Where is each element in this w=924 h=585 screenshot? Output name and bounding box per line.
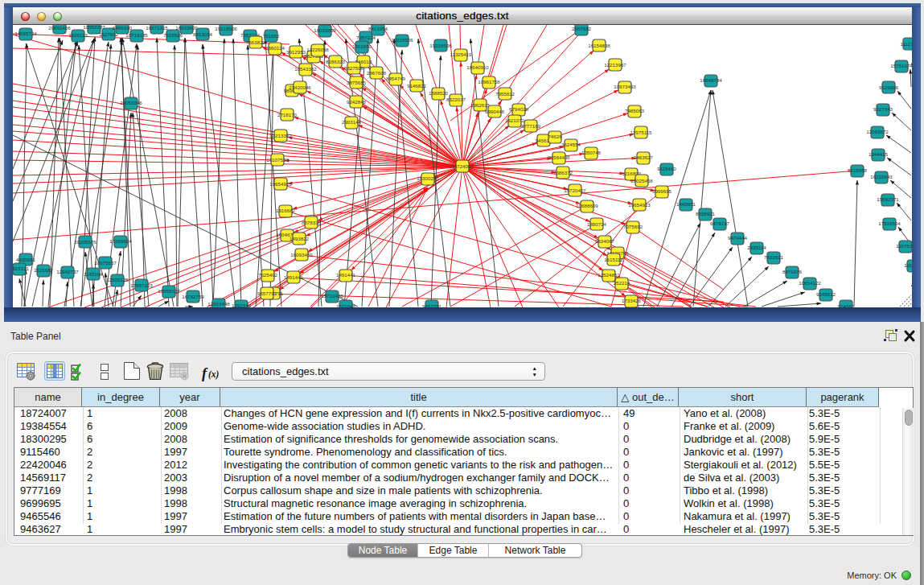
svg-text:8454749: 8454749 <box>386 76 406 81</box>
svg-text:8215958: 8215958 <box>848 167 868 173</box>
svg-text:10973493: 10973493 <box>614 84 636 89</box>
svg-text:10719185: 10719185 <box>125 32 148 38</box>
svg-text:10553287: 10553287 <box>83 25 105 30</box>
svg-text:15720407: 15720407 <box>564 187 586 193</box>
svg-text:16093459: 16093459 <box>290 252 313 257</box>
svg-text:10958107: 10958107 <box>158 288 180 294</box>
svg-text:16154838: 16154838 <box>588 43 610 48</box>
svg-text:12505135: 12505135 <box>106 277 129 282</box>
svg-text:3915121: 3915121 <box>13 266 30 271</box>
svg-text:12213362: 12213362 <box>269 133 292 138</box>
svg-text:10025458: 10025458 <box>630 178 653 183</box>
svg-text:7625402: 7625402 <box>258 272 278 278</box>
svg-text:7955812: 7955812 <box>495 91 515 97</box>
svg-text:19654923: 19654923 <box>628 202 651 208</box>
svg-text:10688609: 10688609 <box>576 203 598 208</box>
svg-text:9227343: 9227343 <box>873 106 893 112</box>
svg-text:10543362: 10543362 <box>294 66 317 72</box>
svg-text:6990448: 6990448 <box>485 109 505 114</box>
svg-text:18300295: 18300295 <box>417 175 439 181</box>
svg-text:1112753: 1112753 <box>900 41 912 47</box>
svg-text:16033809: 16033809 <box>175 25 198 31</box>
svg-text:f: f <box>202 365 208 381</box>
svg-text:15692971: 15692971 <box>877 196 899 202</box>
svg-text:29053346: 29053346 <box>120 100 142 105</box>
svg-text:14055724: 14055724 <box>14 31 37 36</box>
svg-text:17916504: 17916504 <box>878 220 901 226</box>
svg-text:1292344: 1292344 <box>232 303 252 307</box>
svg-text:1733426: 1733426 <box>622 298 642 303</box>
svg-text:9463627: 9463627 <box>634 154 654 160</box>
svg-text:16671315: 16671315 <box>146 25 168 31</box>
svg-text:8471676: 8471676 <box>782 269 803 274</box>
svg-text:74626: 74626 <box>548 134 562 139</box>
svg-text:8186323: 8186323 <box>326 59 346 64</box>
svg-text:9474444: 9474444 <box>728 235 748 241</box>
svg-text:6466160: 6466160 <box>113 25 133 31</box>
svg-text:1615112: 1615112 <box>604 257 623 262</box>
svg-text:924561: 924561 <box>838 303 855 307</box>
svg-text:7663822: 7663822 <box>246 39 266 45</box>
svg-text:9777169: 9777169 <box>521 123 541 129</box>
svg-text:(x): (x) <box>208 369 220 380</box>
svg-text:2687682: 2687682 <box>572 26 592 31</box>
svg-text:8813054: 8813054 <box>193 31 213 37</box>
svg-text:1588520: 1588520 <box>429 90 449 96</box>
svg-text:1921850: 1921850 <box>352 43 372 49</box>
svg-text:8813054: 8813054 <box>368 26 388 31</box>
svg-text:16782759: 16782759 <box>182 294 204 299</box>
svg-text:11325419: 11325419 <box>450 51 472 57</box>
svg-text:1362615: 1362615 <box>470 102 491 108</box>
svg-text:1491441: 1491441 <box>336 272 356 278</box>
svg-text:12213967: 12213967 <box>604 62 626 68</box>
svg-text:3624554: 3624554 <box>561 142 581 147</box>
svg-text:12942737: 12942737 <box>56 269 79 274</box>
svg-text:7075692: 7075692 <box>623 224 643 229</box>
svg-text:6999695: 6999695 <box>652 188 672 194</box>
svg-text:9327508: 9327508 <box>344 65 364 71</box>
svg-text:15751074: 15751074 <box>890 63 912 68</box>
svg-text:16107533: 16107533 <box>266 157 289 163</box>
svg-text:8322037: 8322037 <box>446 97 466 102</box>
svg-text:1571048: 1571048 <box>336 303 356 307</box>
svg-text:17975115: 17975115 <box>630 130 652 135</box>
svg-text:3875685: 3875685 <box>347 80 367 85</box>
svg-text:10961758: 10961758 <box>478 79 500 84</box>
svg-text:17359924: 17359924 <box>109 238 132 244</box>
svg-text:9657791: 9657791 <box>257 290 277 296</box>
svg-text:16210643: 16210643 <box>870 174 893 179</box>
svg-text:16033809: 16033809 <box>314 27 336 33</box>
svg-text:1926113: 1926113 <box>68 32 88 38</box>
svg-text:1145194: 1145194 <box>84 271 103 277</box>
svg-text:4435961: 4435961 <box>16 257 36 262</box>
svg-text:1880724: 1880724 <box>587 221 607 227</box>
svg-text:2718170: 2718170 <box>277 112 298 117</box>
svg-text:9146821: 9146821 <box>407 83 427 89</box>
svg-text:6794028: 6794028 <box>509 106 529 112</box>
svg-text:20206576: 20206576 <box>74 239 97 245</box>
svg-text:1491441: 1491441 <box>284 274 304 280</box>
svg-text:16648784: 16648784 <box>700 77 722 83</box>
svg-text:18724007: 18724007 <box>451 163 474 169</box>
svg-text:19218506: 19218506 <box>215 26 237 31</box>
svg-text:1440951: 1440951 <box>676 201 696 207</box>
svg-text:9245612: 9245612 <box>816 291 836 297</box>
svg-text:13524851: 13524851 <box>598 272 620 278</box>
svg-text:1621072: 1621072 <box>505 117 525 123</box>
svg-text:9115460: 9115460 <box>657 166 676 171</box>
svg-text:7515526: 7515526 <box>163 32 183 38</box>
svg-text:10975857: 10975857 <box>94 260 117 266</box>
svg-text:1167534: 1167534 <box>904 262 912 268</box>
svg-text:2935114: 2935114 <box>747 245 766 250</box>
svg-text:2115682: 2115682 <box>34 267 53 273</box>
svg-text:1167534: 1167534 <box>896 243 912 249</box>
svg-text:17957223: 17957223 <box>130 282 153 288</box>
svg-text:19654925: 19654925 <box>269 181 292 187</box>
svg-text:8938921: 8938921 <box>696 211 716 216</box>
svg-text:6479197: 6479197 <box>710 220 730 226</box>
svg-text:9657791: 9657791 <box>422 303 442 307</box>
svg-text:7386372: 7386372 <box>553 170 573 175</box>
svg-text:1493822: 1493822 <box>290 236 310 241</box>
svg-text:751552: 751552 <box>263 33 280 39</box>
svg-text:1244415: 1244415 <box>869 151 889 157</box>
